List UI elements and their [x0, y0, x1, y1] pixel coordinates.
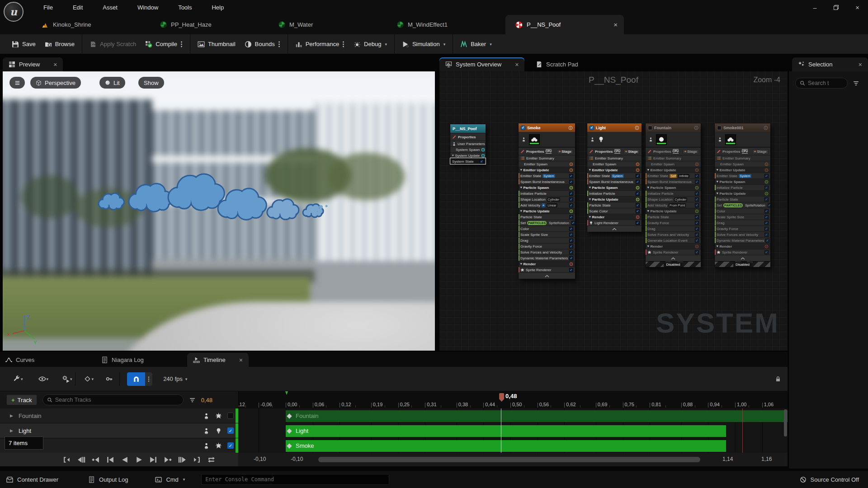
- module-enabled-checkbox[interactable]: ✓: [764, 221, 769, 225]
- node-row-light-renderer[interactable]: Light Renderer✓: [587, 220, 642, 225]
- module-enabled-checkbox[interactable]: ✓: [764, 227, 769, 231]
- current-time-field[interactable]: 0,48: [201, 397, 212, 404]
- module-enabled-checkbox[interactable]: ✓: [569, 244, 573, 249]
- expand-arrow-icon[interactable]: ▾: [717, 192, 718, 195]
- emitter-enabled-checkbox[interactable]: ✓: [521, 126, 525, 130]
- selection-search[interactable]: [795, 78, 848, 89]
- maximize-button[interactable]: [826, 0, 847, 15]
- node-row-emitter-spawn[interactable]: Emitter Spawn: [646, 161, 701, 167]
- node-row-initialize-particle[interactable]: Initialize Particle✓: [519, 190, 575, 196]
- node-row-gravity-force[interactable]: Gravity Force✓: [715, 225, 770, 231]
- node-row-properties[interactable]: PropertiesCPU+Stage: [519, 147, 575, 155]
- node-header[interactable]: Smoke001: [715, 123, 770, 132]
- node-row-user-parameters[interactable]: User Parameters: [450, 141, 486, 146]
- node-row-shape-location[interactable]: Shape LocationCylinder✓: [646, 196, 701, 202]
- emitter-thumbnail[interactable]: [529, 134, 540, 145]
- node-header[interactable]: P__NS_Poof: [450, 124, 486, 133]
- module-enabled-checkbox[interactable]: ✓: [569, 203, 573, 207]
- node-row-emitter-spawn[interactable]: Emitter Spawn: [715, 161, 770, 167]
- expand-arrow-icon[interactable]: ▾: [647, 168, 649, 172]
- emitter-enabled-checkbox[interactable]: [717, 126, 722, 130]
- module-enabled-checkbox[interactable]: ✓: [569, 239, 573, 243]
- menu-edit[interactable]: Edit: [73, 4, 83, 11]
- content-drawer-button[interactable]: Content Drawer: [2, 471, 63, 488]
- node-row-properties[interactable]: PropertiesCPU+Stage: [646, 147, 701, 155]
- module-enabled-checkbox[interactable]: ✓: [569, 256, 573, 260]
- close-icon[interactable]: ×: [239, 357, 243, 364]
- timeline-tab-niagara-log[interactable]: Niagara Log: [101, 353, 144, 367]
- node-row-color[interactable]: Color✓: [519, 225, 575, 231]
- timeline-tab-timeline[interactable]: Timeline×: [187, 353, 249, 367]
- unreal-logo[interactable]: u: [4, 2, 24, 22]
- module-enabled-checkbox[interactable]: ✓: [636, 209, 640, 213]
- node-row-render[interactable]: ▾Render: [646, 243, 701, 249]
- node-row-spawn-burst-instantaneous[interactable]: Spawn Burst Instantaneous✓: [646, 178, 701, 184]
- emitter-thumbnail[interactable]: [656, 134, 667, 145]
- track-search[interactable]: [42, 394, 184, 405]
- tab-scratch-pad[interactable]: Scratch Pad: [536, 57, 578, 71]
- asset-tab-kinoko_shrine[interactable]: Kinoko_Shrine: [32, 15, 150, 34]
- node-row-properties[interactable]: Properties: [450, 133, 486, 141]
- lock-button[interactable]: [775, 376, 781, 382]
- menu-window[interactable]: Window: [137, 4, 158, 11]
- fps-dropdown[interactable]: 240 fps▾: [163, 375, 187, 382]
- close-button[interactable]: ×: [847, 0, 868, 15]
- node-row-particle-update[interactable]: ▾Particle Update: [519, 208, 575, 214]
- node-row-solve-forces-and-velocity[interactable]: Solve Forces and Velocity✓: [646, 231, 701, 237]
- menu-asset[interactable]: Asset: [103, 4, 118, 11]
- node-row-particle-spawn[interactable]: ▾Particle Spawn: [519, 184, 575, 190]
- emitter-enabled-checkbox[interactable]: [648, 126, 652, 130]
- system-overview-graph[interactable]: P__NS_Poof Zoom -4 SYSTEM P__NS_PoofProp…: [439, 71, 788, 351]
- next-frame-button[interactable]: [178, 456, 187, 463]
- node-collapse-button[interactable]: [715, 255, 770, 261]
- timeline-ruler[interactable]: -0,12-0,060,000,060,120,190,250,310,380,…: [238, 391, 788, 408]
- node-p__ns_poof[interactable]: P__NS_PoofPropertiesUser ParametersSyste…: [450, 124, 486, 164]
- module-enabled-checkbox[interactable]: ✓: [569, 268, 573, 272]
- info-icon[interactable]: [568, 126, 573, 130]
- node-row-dynamic-material-parameters[interactable]: Dynamic Material Parameters✓: [715, 237, 770, 243]
- node-row-emitter-summary[interactable]: Emitter Summary: [646, 155, 701, 161]
- simulation-button[interactable]: Simulation▾: [397, 34, 450, 54]
- add-stage-button[interactable]: +Stage: [752, 149, 769, 154]
- expand-arrow-icon[interactable]: ▾: [717, 244, 718, 248]
- expand-arrow-icon[interactable]: ▶: [10, 428, 13, 433]
- node-row-render[interactable]: ▾Render: [519, 261, 575, 267]
- node-row-emitter-summary[interactable]: Emitter Summary: [715, 155, 770, 161]
- node-row-scale-color[interactable]: Scale Color✓: [587, 208, 642, 214]
- keyframe-diamond[interactable]: [287, 443, 292, 448]
- module-enabled-checkbox[interactable]: ✓: [695, 227, 699, 231]
- expand-arrow-icon[interactable]: ▾: [717, 168, 718, 172]
- close-tab-icon[interactable]: ×: [613, 21, 618, 28]
- node-row-shape-location[interactable]: Shape LocationCylinder✓: [519, 196, 575, 202]
- menu-help[interactable]: Help: [212, 4, 224, 11]
- expand-arrow-icon[interactable]: ▾: [717, 180, 718, 183]
- node-row-emitter-update[interactable]: ▾Emitter Update: [587, 167, 642, 173]
- node-row-particle-state[interactable]: Particle State✓: [646, 214, 701, 220]
- playhead-marker[interactable]: [499, 393, 504, 402]
- module-enabled-checkbox[interactable]: ✓: [695, 250, 699, 254]
- node-row-add-velocity[interactable]: Add VelocityFrom Point✓: [646, 202, 701, 208]
- add-stage-button[interactable]: +Stage: [623, 149, 640, 154]
- node-row-emitter-spawn[interactable]: Emitter Spawn: [519, 161, 575, 167]
- add-stage-button[interactable]: +Stage: [683, 149, 699, 154]
- module-enabled-checkbox[interactable]: ✓: [764, 174, 769, 178]
- node-row-drag[interactable]: Drag✓: [646, 225, 701, 231]
- track-enabled-checkbox[interactable]: [227, 413, 234, 419]
- module-enabled-checkbox[interactable]: ✓: [764, 233, 769, 237]
- baker-button[interactable]: Baker▾: [456, 34, 496, 54]
- node-row-sprite-renderer[interactable]: Sprite Renderer✓: [646, 249, 701, 255]
- module-enabled-checkbox[interactable]: ✓: [695, 174, 699, 178]
- module-enabled-checkbox[interactable]: ✓: [569, 197, 573, 202]
- timeline-horizontal-scrollbar[interactable]: [318, 457, 700, 462]
- next-key-button[interactable]: [164, 456, 172, 463]
- menu-file[interactable]: File: [43, 4, 53, 11]
- node-header[interactable]: ✓Light: [587, 123, 642, 132]
- node-row-emitter-update[interactable]: ▾Emitter Update: [715, 167, 770, 173]
- node-row-gravity-force[interactable]: Gravity Force✓: [646, 220, 701, 225]
- node-smoke001[interactable]: Smoke001PropertiesCPU+StageEmitter Summa…: [714, 123, 771, 267]
- module-enabled-checkbox[interactable]: ✓: [768, 203, 770, 207]
- play-button[interactable]: [135, 456, 143, 463]
- module-enabled-checkbox[interactable]: ✓: [764, 209, 769, 213]
- node-row-particle-spawn[interactable]: ▾Particle Spawn: [587, 184, 642, 190]
- output-log-button[interactable]: Output Log: [84, 471, 132, 488]
